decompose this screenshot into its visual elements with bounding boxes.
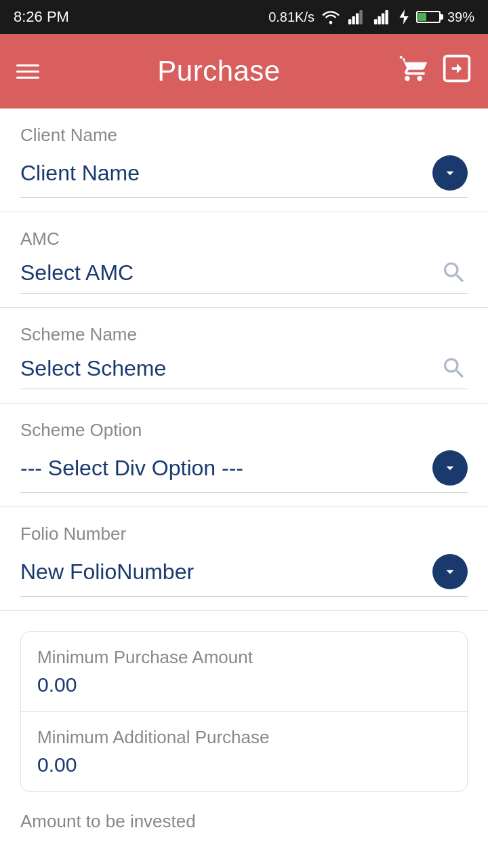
client-name-value: Client Name: [20, 161, 140, 186]
svg-marker-8: [399, 9, 408, 24]
svg-rect-3: [359, 10, 362, 24]
form-content: Client Name Client Name AMC Select AMC S…: [0, 108, 488, 868]
svg-rect-4: [374, 19, 377, 24]
svg-rect-7: [385, 10, 388, 24]
status-time: 8:26 PM: [14, 8, 69, 26]
folio-number-field: Folio Number New FolioNumber: [0, 507, 488, 611]
amc-label: AMC: [20, 229, 468, 250]
scheme-search-icon: [441, 355, 468, 382]
scheme-name-value: Select Scheme: [20, 356, 166, 381]
folio-number-label: Folio Number: [20, 524, 468, 545]
amount-to-invest-label: Amount to be invested: [0, 792, 488, 839]
client-name-label: Client Name: [20, 125, 468, 146]
folio-number-dropdown[interactable]: [432, 554, 468, 589]
min-purchase-row: Minimum Purchase Amount 0.00: [21, 632, 467, 711]
status-right: 0.81K/s 39%: [268, 9, 474, 25]
amc-value: Select AMC: [20, 260, 134, 285]
battery-indicator: [416, 11, 441, 23]
scheme-name-field: Scheme Name Select Scheme: [0, 308, 488, 403]
menu-button[interactable]: [16, 64, 39, 79]
folio-number-value: New FolioNumber: [20, 559, 194, 585]
client-name-field: Client Name Client Name: [0, 108, 488, 212]
svg-rect-0: [348, 19, 351, 24]
amc-search-icon: [441, 259, 468, 286]
page-title: Purchase: [53, 55, 385, 87]
signal2-icon: [373, 9, 392, 24]
min-additional-value: 0.00: [37, 753, 451, 776]
svg-rect-6: [382, 14, 384, 25]
scheme-option-row[interactable]: --- Select Div Option ---: [20, 450, 468, 493]
network-speed: 0.81K/s: [268, 9, 314, 25]
svg-rect-1: [352, 16, 354, 24]
svg-rect-2: [356, 14, 359, 25]
folio-number-row[interactable]: New FolioNumber: [20, 554, 468, 597]
amc-row[interactable]: Select AMC: [20, 259, 468, 294]
client-name-row[interactable]: Client Name: [20, 155, 468, 198]
signal-icon: [347, 9, 366, 24]
min-purchase-value: 0.00: [37, 673, 451, 696]
amc-field: AMC Select AMC: [0, 212, 488, 308]
min-additional-purchase-row: Minimum Additional Purchase 0.00: [21, 711, 467, 791]
battery-percent: 39%: [447, 9, 474, 25]
scheme-option-field: Scheme Option --- Select Div Option ---: [0, 403, 488, 507]
scheme-option-label: Scheme Option: [20, 420, 468, 441]
scheme-name-row[interactable]: Select Scheme: [20, 355, 468, 389]
scheme-option-dropdown[interactable]: [432, 450, 468, 486]
wifi-icon: [321, 9, 340, 24]
min-additional-label: Minimum Additional Purchase: [37, 727, 451, 748]
info-card: Minimum Purchase Amount 0.00 Minimum Add…: [20, 631, 468, 792]
app-bar: Purchase: [0, 34, 488, 108]
scheme-name-label: Scheme Name: [20, 324, 468, 345]
charging-icon: [399, 9, 409, 24]
min-purchase-label: Minimum Purchase Amount: [37, 647, 451, 668]
exit-button[interactable]: [442, 54, 472, 90]
status-bar: 8:26 PM 0.81K/s 39%: [0, 0, 488, 34]
svg-rect-5: [378, 16, 380, 24]
scheme-option-value: --- Select Div Option ---: [20, 456, 243, 481]
cart-button[interactable]: [399, 54, 428, 90]
client-name-dropdown[interactable]: [432, 155, 468, 191]
